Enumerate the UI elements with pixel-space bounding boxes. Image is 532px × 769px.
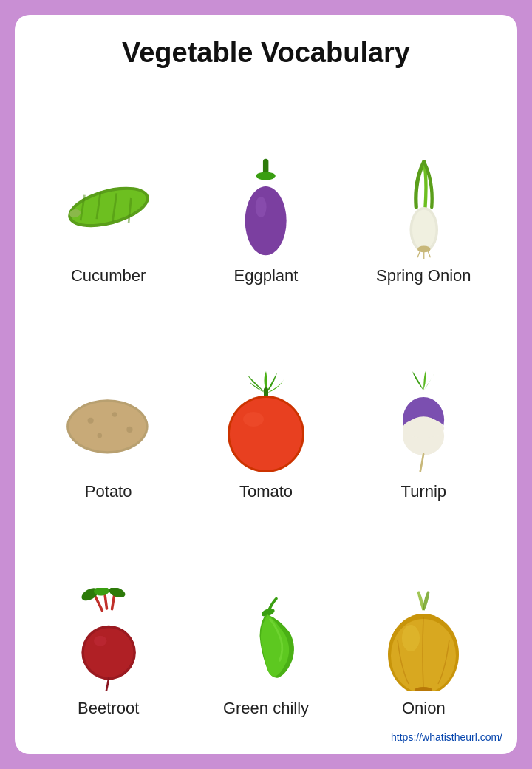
- tomato-image: [218, 371, 314, 475]
- turnip-label: Turnip: [401, 482, 447, 501]
- onion-image: [375, 588, 471, 691]
- beetroot-label: Beetroot: [78, 699, 139, 718]
- potato-label: Potato: [85, 482, 132, 501]
- tomato-label: Tomato: [239, 482, 293, 501]
- svg-point-26: [230, 398, 302, 470]
- list-item: Tomato: [187, 300, 344, 509]
- svg-point-21: [126, 426, 132, 432]
- vocabulary-card: Vegetable Vocabulary Cucumber: [15, 15, 517, 754]
- svg-point-36: [107, 588, 126, 600]
- list-item: Potato: [30, 300, 187, 509]
- eggplant-image: [218, 155, 314, 259]
- svg-point-20: [112, 412, 117, 417]
- page-title: Vegetable Vocabulary: [122, 37, 410, 69]
- potato-image: [61, 371, 157, 475]
- list-item: Onion: [345, 516, 502, 725]
- eggplant-label: Eggplant: [234, 266, 299, 285]
- vegetable-grid: Cucumber Eggplant: [30, 84, 502, 725]
- svg-point-8: [256, 172, 276, 180]
- green-chilly-image: [218, 588, 314, 691]
- list-item: Turnip: [345, 300, 502, 509]
- cucumber-image: [61, 155, 157, 259]
- beetroot-image: [61, 588, 157, 691]
- svg-point-39: [94, 636, 107, 646]
- svg-point-27: [243, 412, 264, 427]
- list-item: Beetroot: [30, 516, 187, 725]
- spring-onion-image: [375, 155, 471, 259]
- svg-point-9: [245, 186, 287, 255]
- svg-point-30: [403, 419, 444, 438]
- svg-point-18: [69, 402, 146, 451]
- list-item: Green chilly: [187, 516, 344, 725]
- footer-url[interactable]: https://whatistheurl.com/: [391, 731, 502, 743]
- svg-line-14: [417, 251, 420, 257]
- spring-onion-label: Spring Onion: [376, 266, 471, 285]
- svg-point-22: [97, 433, 102, 438]
- green-chilly-label: Green chilly: [223, 699, 309, 718]
- svg-point-12: [412, 209, 436, 249]
- svg-point-43: [402, 625, 420, 651]
- turnip-image: [375, 371, 471, 475]
- svg-point-10: [256, 197, 267, 217]
- onion-label: Onion: [402, 699, 446, 718]
- list-item: Eggplant: [187, 84, 344, 293]
- svg-line-16: [428, 251, 431, 257]
- list-item: Spring Onion: [345, 84, 502, 293]
- list-item: Cucumber: [30, 84, 187, 293]
- svg-point-38: [83, 628, 133, 677]
- cucumber-label: Cucumber: [71, 266, 146, 285]
- svg-point-19: [87, 417, 93, 423]
